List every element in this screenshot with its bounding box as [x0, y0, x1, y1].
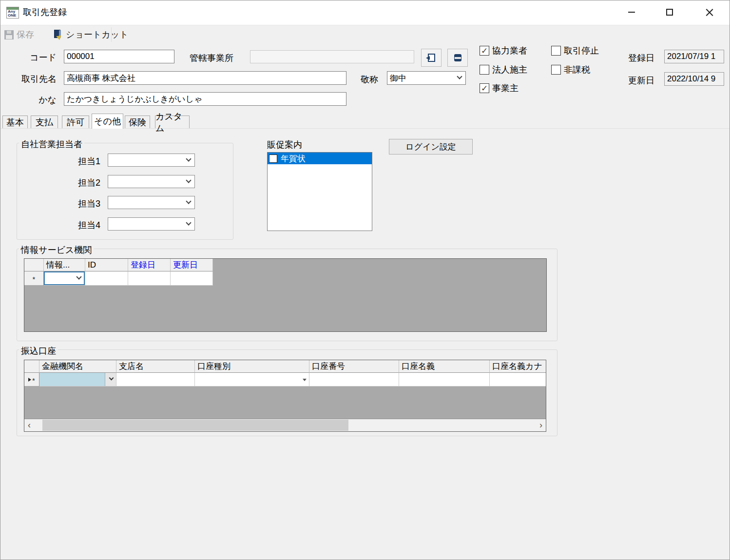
column-header-account-name[interactable]: 口座名義 [399, 360, 490, 373]
sales-rep-group-title: 自社営業担当者 [19, 138, 84, 150]
honorific-label: 敬称 [361, 74, 378, 85]
account-number-cell[interactable] [309, 373, 399, 386]
office-pick-icon [428, 54, 435, 62]
tab-basic[interactable]: 基本 [2, 116, 28, 128]
checkbox-kyoryoku[interactable]: ✓ 協力業者 [480, 45, 527, 57]
updated-cell[interactable] [171, 271, 213, 286]
chevron-down-icon [186, 177, 191, 183]
tab-permit[interactable]: 許可 [62, 116, 89, 128]
grid-corner-cell [24, 259, 44, 271]
rep1-select[interactable] [108, 154, 195, 167]
minimize-icon [628, 12, 635, 13]
app-icon: Any ONE [6, 7, 19, 19]
column-header-registered[interactable]: 登録日 [128, 259, 171, 271]
maximize-button[interactable] [658, 4, 681, 20]
toolbar: 保存 ショートカット [0, 25, 730, 43]
column-header-updated[interactable]: 更新日 [171, 259, 213, 271]
rep3-select[interactable] [108, 196, 195, 209]
bank-cell-combo[interactable] [39, 373, 116, 386]
name-input[interactable]: 高槻商事 株式会社 [64, 71, 346, 85]
kana-label: かな [17, 94, 57, 106]
column-header-account-type[interactable]: 口座種別 [195, 360, 309, 373]
checkbox-hikazei[interactable]: 非課税 [551, 64, 590, 76]
app-window: Any ONE 取引先登録 保存 ショートカット コード 000001 管轄事業… [0, 0, 730, 560]
horizontal-scrollbar[interactable]: ‹ › [24, 419, 546, 431]
id-cell[interactable] [85, 271, 128, 286]
bank-account-group-title: 振込口座 [19, 345, 58, 357]
window-title: 取引先登録 [23, 6, 67, 18]
chevron-down-icon [109, 375, 114, 380]
account-kana-cell[interactable] [490, 373, 546, 386]
checkbox-icon[interactable] [551, 46, 561, 56]
office-pick-button[interactable] [421, 49, 442, 67]
code-input[interactable]: 000001 [64, 50, 174, 63]
checkbox-icon[interactable] [480, 65, 489, 75]
shortcut-icon [53, 30, 63, 39]
updated-date-label: 更新日 [628, 75, 654, 86]
checkbox-hojin[interactable]: 法人施主 [480, 64, 527, 76]
checkbox-icon[interactable]: ✓ [480, 83, 489, 93]
scroll-right-button[interactable]: › [536, 419, 546, 431]
new-row-header: * [24, 373, 39, 386]
tab-other[interactable]: その他 [92, 114, 123, 129]
info-service-group-title: 情報サービス機関 [19, 244, 94, 256]
kana-input[interactable]: たかつきしょうじかぶしきがいしゃ [64, 92, 346, 106]
promo-listbox[interactable]: 年賀状 [267, 152, 372, 231]
minimize-button[interactable] [620, 4, 643, 20]
scroll-left-button[interactable]: ‹ [24, 419, 34, 431]
close-button[interactable] [698, 4, 721, 20]
column-header-account-number[interactable]: 口座番号 [309, 360, 399, 373]
bank-account-grid[interactable]: 金融機関名 支店名 口座種別 口座番号 口座名義 口座名義カナ * ‹ › [24, 360, 546, 432]
info-service-grid[interactable]: 情報... ID 登録日 更新日 * [24, 258, 547, 332]
column-header-info[interactable]: 情報... [44, 259, 85, 271]
close-icon [706, 8, 713, 16]
honorific-select[interactable]: 御中 [387, 71, 466, 85]
dropdown-arrow-icon [303, 379, 307, 381]
rep2-select[interactable] [108, 175, 195, 188]
column-header-bank[interactable]: 金融機関名 [39, 360, 116, 373]
shortcut-label: ショートカット [66, 29, 129, 40]
promo-item-label: 年賀状 [281, 153, 306, 164]
scrollbar-thumb[interactable] [42, 420, 348, 431]
branch-cell[interactable] [116, 373, 195, 386]
promo-item-checkbox[interactable] [269, 154, 277, 163]
tab-payment[interactable]: 支払 [31, 116, 58, 128]
rep3-label: 担当3 [68, 198, 100, 210]
tab-custom[interactable]: カスタム [155, 116, 190, 128]
account-type-cell[interactable] [195, 373, 309, 386]
chevron-down-icon [186, 220, 191, 225]
office-clear-icon [454, 54, 461, 61]
updated-date-field: 2022/10/14 9 [664, 72, 724, 86]
registered-date-label: 登録日 [628, 52, 654, 64]
grid-corner-cell [24, 360, 39, 373]
name-label: 取引先名 [17, 73, 57, 85]
combo-dropdown-button[interactable] [105, 373, 116, 386]
column-header-branch[interactable]: 支店名 [116, 360, 195, 373]
checkbox-icon[interactable]: ✓ [480, 46, 489, 56]
checkbox-jigyonushi[interactable]: ✓ 事業主 [480, 82, 519, 94]
tab-insurance[interactable]: 保険 [125, 116, 150, 128]
registered-date-field: 2021/07/19 1 [664, 50, 724, 63]
save-icon [4, 30, 14, 39]
save-label: 保存 [17, 29, 34, 40]
checkbox-icon[interactable] [551, 65, 561, 75]
office-label: 管轄事業所 [190, 52, 233, 64]
rep4-select[interactable] [108, 217, 195, 231]
column-header-id[interactable]: ID [85, 259, 128, 271]
account-name-cell[interactable] [399, 373, 490, 386]
login-settings-button[interactable]: ログイン設定 [389, 139, 473, 154]
checkbox-torihiki-teishi[interactable]: 取引停止 [551, 45, 599, 57]
promo-label: 販促案内 [267, 139, 302, 151]
save-button[interactable]: 保存 [4, 28, 34, 41]
chevron-down-icon [186, 198, 191, 204]
current-row-icon [28, 378, 31, 382]
info-cell-combo[interactable] [44, 271, 85, 286]
shortcut-button[interactable]: ショートカット [53, 28, 129, 41]
rep4-label: 担当4 [68, 219, 100, 231]
registered-cell[interactable] [128, 271, 171, 286]
column-header-account-kana[interactable]: 口座名義カナ [490, 360, 546, 373]
office-input[interactable] [250, 50, 414, 63]
office-clear-button[interactable] [447, 49, 468, 67]
promo-list-item[interactable]: 年賀状 [268, 153, 372, 164]
rep2-label: 担当2 [68, 177, 100, 189]
